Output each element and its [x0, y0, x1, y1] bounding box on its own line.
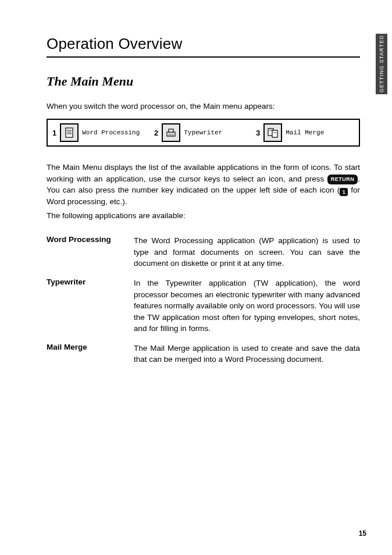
return-key: RETURN: [327, 175, 358, 184]
menu-item-word-processing: 1 Word Processing: [52, 123, 151, 142]
one-key: 1: [340, 188, 348, 196]
menu-item-mail-merge: 3 Mail Merge: [256, 123, 354, 142]
main-menu-box: 1 Word Processing 2 Typewriter 3 Mail Me…: [47, 119, 360, 147]
body-paragraph-2: The following applications are available…: [47, 210, 360, 222]
intro-text: When you switch the word processor on, t…: [47, 102, 360, 111]
menu-item-typewriter: 2 Typewriter: [154, 123, 252, 142]
title-underline: [47, 56, 360, 58]
menu-label: Typewriter: [184, 129, 222, 136]
typewriter-icon: [162, 123, 180, 142]
list-item: Mail Merge The Mail Merge application is…: [47, 343, 360, 365]
section-heading: The Main Menu: [47, 74, 360, 89]
app-description: In the Typewriter application (TW applic…: [134, 278, 360, 335]
svg-rect-4: [167, 132, 175, 136]
svg-rect-0: [66, 128, 73, 137]
app-term: Mail Merge: [47, 343, 122, 365]
menu-number: 2: [154, 129, 158, 137]
app-term: Typewriter: [47, 278, 122, 335]
page-content: Operation Overview The Main Menu When yo…: [0, 0, 392, 555]
document-icon: [60, 123, 79, 142]
mailmerge-icon: [263, 123, 282, 142]
menu-label: Mail Merge: [286, 129, 324, 136]
app-description: The Mail Merge application is used to cr…: [134, 343, 360, 365]
list-item: Typewriter In the Typewriter application…: [47, 278, 360, 335]
page-title: Operation Overview: [47, 35, 360, 53]
menu-label: Word Processing: [82, 129, 140, 136]
applications-list: Word Processing The Word Processing appl…: [47, 235, 360, 365]
menu-number: 3: [256, 129, 260, 137]
list-item: Word Processing The Word Processing appl…: [47, 235, 360, 269]
app-description: The Word Processing application (WP appl…: [134, 235, 360, 269]
svg-rect-5: [169, 129, 173, 132]
svg-rect-9: [272, 130, 277, 137]
menu-number: 1: [52, 129, 56, 137]
page-number: 15: [359, 529, 366, 538]
body-paragraph-1: The Main Menu displays the list of the a…: [47, 162, 360, 208]
app-term: Word Processing: [47, 235, 122, 269]
text: The Main Menu displays the list of the a…: [47, 163, 360, 183]
